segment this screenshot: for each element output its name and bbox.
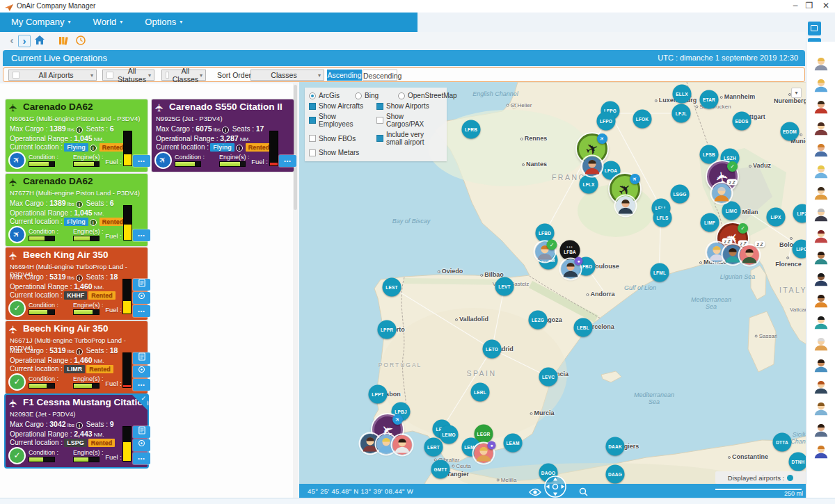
pan-compass-control[interactable] [543, 474, 568, 498]
airport-marker-levt[interactable]: LEVT [495, 277, 514, 296]
sidebar-employee-avatar[interactable] [812, 313, 830, 331]
more-options-button[interactable]: ••• [133, 379, 150, 391]
employee-marker[interactable]: ● [561, 259, 581, 279]
close-icon[interactable]: ✕ [820, 1, 832, 10]
info-icon[interactable]: i [76, 275, 83, 282]
airport-marker-limf[interactable]: LIMF [701, 213, 719, 232]
basemap-label-openstreetmap[interactable]: OpenStreetMap [408, 92, 457, 99]
sidebar-employee-avatar[interactable] [812, 377, 830, 396]
sidebar-employee-avatar[interactable] [812, 356, 830, 374]
more-options-button[interactable]: ••• [133, 155, 150, 167]
airport-marker-lebl[interactable]: LEBL [574, 318, 593, 337]
info-icon[interactable]: i [90, 219, 97, 226]
checkbox-include-very-small-airport[interactable] [376, 135, 383, 142]
statuses-filter-dropdown[interactable]: All Statuses ▾ [102, 70, 154, 81]
track-flight-button[interactable] [133, 439, 150, 451]
menu-my-company[interactable]: My Company▾ [0, 13, 82, 32]
checkbox-show-aircrafts[interactable] [309, 103, 316, 110]
live-map[interactable]: St HelierRennesNantesLuxembourgMannheimN… [299, 82, 807, 498]
sidebar-employee-avatar[interactable] [812, 442, 830, 460]
menu-world[interactable]: World▾ [82, 13, 134, 32]
employee-marker[interactable]: z Z [712, 184, 732, 204]
sidebar-employee-avatar[interactable] [812, 76, 830, 94]
basemap-label-bing[interactable]: Bing [365, 92, 379, 99]
airport-marker-lezg[interactable]: LEZG [529, 311, 548, 330]
minimize-icon[interactable]: – [789, 1, 802, 10]
airport-marker-dtnh[interactable]: DTNH [789, 453, 808, 471]
info-icon[interactable]: i [90, 145, 97, 152]
restore-icon[interactable]: ❐ [803, 1, 816, 10]
employee-marker[interactable]: ✓ [535, 242, 555, 262]
info-icon[interactable]: i [76, 201, 83, 208]
sidebar-employee-avatar[interactable] [812, 162, 830, 180]
collapse-panel-button[interactable]: ▾ [791, 88, 802, 98]
employee-marker[interactable] [392, 435, 413, 455]
basemap-label-arcgis[interactable]: ArcGis [319, 92, 340, 99]
airport-marker-lert[interactable]: LERT [424, 438, 443, 457]
sidebar-employee-avatar[interactable] [812, 248, 830, 266]
airport-marker-lfok[interactable]: LFOK [633, 110, 652, 129]
airport-marker-levc[interactable]: LEVC [539, 368, 558, 387]
aircraft-card[interactable]: ✈Carenado DA62N7677H (Multi-engine Pisto… [6, 174, 148, 246]
sort-order-dropdown[interactable]: Classes ▾ [250, 70, 324, 81]
airport-marker-lfrb[interactable]: LFRB [462, 120, 481, 139]
more-options-button[interactable]: ••• [133, 229, 150, 241]
sidebar-employee-avatar[interactable] [812, 184, 830, 202]
menu-options[interactable]: Options▾ [134, 13, 193, 32]
airport-marker-lfpo[interactable]: LFPO [597, 112, 616, 131]
airport-marker-daag[interactable]: DAAG [606, 465, 625, 484]
search-icon[interactable] [579, 487, 588, 498]
basemap-radio-bing[interactable] [355, 92, 362, 99]
aircraft-card[interactable]: ✈Beech King Air 350N6694H (Multi-engine … [6, 247, 148, 320]
sidebar-employee-avatar[interactable] [812, 399, 830, 417]
employee-marker[interactable] [616, 196, 636, 216]
descending-button[interactable]: Descending [363, 70, 397, 81]
airport-marker-lfml[interactable]: LFML [651, 263, 669, 282]
info-icon[interactable]: i [76, 348, 83, 355]
more-options-button[interactable]: ••• [133, 453, 150, 464]
more-options-button[interactable]: ••• [133, 305, 150, 317]
more-options-button[interactable]: ••• [279, 155, 296, 167]
document-button[interactable] [133, 352, 150, 364]
info-icon[interactable]: i [236, 145, 243, 152]
sidebar-employee-avatar[interactable] [812, 334, 830, 352]
airport-marker-limc[interactable]: LIMC [722, 202, 741, 220]
airport-marker-eddm[interactable]: EDDM [781, 122, 800, 141]
airport-marker-lipx[interactable]: LIPX [767, 208, 786, 227]
airport-marker-ellx[interactable]: ELLX [673, 85, 692, 104]
sidebar-employee-avatar[interactable] [812, 54, 830, 72]
checkbox-show-employees[interactable] [309, 117, 316, 124]
airport-marker-lipz[interactable]: LIPZ [793, 204, 808, 223]
sidebar-employee-avatar[interactable] [812, 205, 830, 223]
airport-marker-leam[interactable]: LEAM [504, 434, 523, 453]
airport-marker-lflx[interactable]: LFLX [580, 175, 598, 194]
info-icon[interactable]: i [222, 127, 229, 133]
sidebar-employee-avatar[interactable] [812, 119, 830, 137]
document-button[interactable] [133, 426, 150, 438]
history-clock-icon[interactable] [74, 35, 87, 47]
airport-marker-lfls[interactable]: LFLS [653, 209, 672, 227]
airport-marker-lfjl[interactable]: LFJL [672, 104, 691, 123]
airport-marker-lerl[interactable]: LERL [471, 383, 490, 402]
airport-marker-lemo[interactable]: LEMO [440, 425, 459, 444]
checkbox-show-airports[interactable] [376, 103, 383, 110]
airport-marker-lest[interactable]: LEST [383, 278, 401, 297]
airport-marker-dtta[interactable]: DTTA [773, 433, 792, 452]
ascending-button[interactable]: Ascending [327, 70, 362, 81]
info-icon[interactable]: i [76, 127, 83, 133]
aircraft-card[interactable]: ✈Beech King Air 350N6671J (Multi-engine … [6, 321, 148, 393]
checkbox-show-metars[interactable] [309, 149, 316, 156]
info-icon[interactable]: i [76, 422, 83, 429]
sidebar-employee-avatar[interactable] [812, 140, 830, 158]
employee-marker[interactable] [582, 156, 603, 177]
aircraft-card[interactable]: ✈Carenado S550 Citation IIN9925G (Jet - … [152, 99, 294, 172]
list-scrollbar[interactable] [293, 83, 298, 498]
airport-marker-edds[interactable]: EDDS [733, 112, 752, 131]
aircraft-card[interactable]: ✈F1 Cessna Mustang CitationN2093E (Jet -… [6, 395, 148, 467]
eye-icon[interactable] [529, 487, 541, 498]
airport-marker-leto[interactable]: LETO [483, 340, 502, 359]
airport-marker-lppr[interactable]: LPPR [378, 320, 397, 339]
basemap-radio-arcgis[interactable] [309, 92, 316, 99]
sidebar-employee-avatar[interactable] [812, 421, 830, 439]
airport-marker-lppt[interactable]: LPPT [369, 385, 388, 404]
